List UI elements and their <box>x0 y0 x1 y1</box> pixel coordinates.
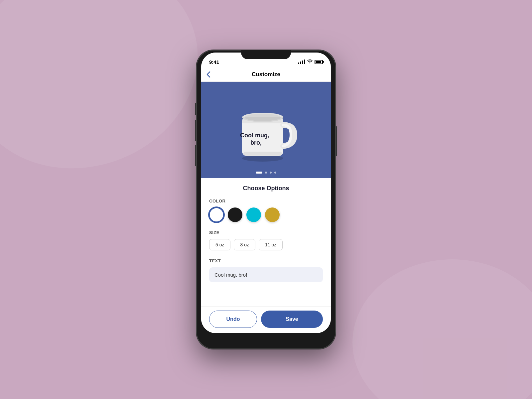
volume-up-button <box>195 120 196 141</box>
color-swatch-gold[interactable] <box>265 207 280 222</box>
wifi-icon <box>307 59 313 65</box>
carousel-dot-1[interactable] <box>256 172 262 174</box>
carousel-dot-2[interactable] <box>265 172 267 174</box>
options-heading: Choose Options <box>209 185 323 192</box>
screen: 9:41 <box>201 53 331 333</box>
nav-title: Customize <box>252 71 280 78</box>
text-label: TEXT <box>209 258 323 263</box>
battery-fill <box>316 61 321 63</box>
svg-rect-4 <box>242 117 283 123</box>
color-swatch-black[interactable] <box>228 207 242 222</box>
product-image-container: Cool mug, bro, <box>201 82 331 178</box>
bottom-buttons: Undo Save <box>201 306 331 333</box>
volume-silent-button <box>195 103 196 115</box>
status-time: 9:41 <box>209 59 219 65</box>
mug-svg: Cool mug, bro, <box>229 97 303 163</box>
options-area: Choose Options COLOR SIZE 5 oz <box>201 178 331 306</box>
carousel-dot-3[interactable] <box>270 172 272 174</box>
back-button[interactable] <box>206 71 210 78</box>
svg-text:bro,: bro, <box>250 139 262 146</box>
power-button <box>336 126 337 156</box>
save-button[interactable]: Save <box>261 311 323 328</box>
text-section: TEXT <box>209 258 323 289</box>
size-section: SIZE 5 oz 8 oz 11 oz <box>209 230 323 250</box>
color-swatch-white[interactable] <box>209 207 224 222</box>
svg-rect-7 <box>243 152 282 156</box>
carousel-dot-4[interactable] <box>274 172 276 174</box>
text-input[interactable] <box>209 267 323 282</box>
phone-frame: 9:41 <box>196 50 336 349</box>
size-btn-5oz[interactable]: 5 oz <box>209 239 230 250</box>
navigation-bar: Customize <box>201 67 331 82</box>
size-options: 5 oz 8 oz 11 oz <box>209 239 323 250</box>
volume-down-button <box>195 145 196 166</box>
undo-button[interactable]: Undo <box>209 311 257 328</box>
content-area: Cool mug, bro, Choose Options <box>201 82 331 333</box>
signal-icon <box>298 60 305 64</box>
size-btn-11oz[interactable]: 11 oz <box>259 239 283 250</box>
battery-icon <box>315 60 323 64</box>
carousel-dots <box>256 172 276 174</box>
color-label: COLOR <box>209 199 323 203</box>
color-swatch-teal[interactable] <box>246 207 261 222</box>
svg-text:Cool mug,: Cool mug, <box>240 132 269 139</box>
color-options <box>209 207 323 222</box>
status-icons <box>298 59 323 65</box>
size-label: SIZE <box>209 230 323 235</box>
color-section: COLOR <box>209 199 323 222</box>
mug-image: Cool mug, bro, <box>229 82 303 178</box>
size-btn-8oz[interactable]: 8 oz <box>234 239 255 250</box>
notch <box>241 50 291 59</box>
